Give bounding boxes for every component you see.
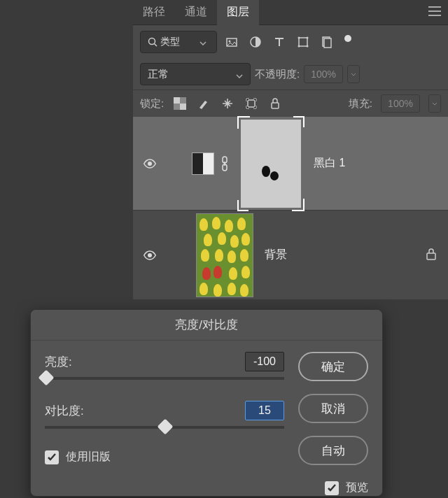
svg-point-7 [298,45,300,48]
svg-rect-16 [272,103,279,108]
brightness-input[interactable] [245,352,284,371]
svg-point-20 [148,253,152,257]
layers-panel: 路径 通道 图层 类型 正常 不透明度: 100% 锁定: [133,0,448,300]
contrast-input[interactable] [245,401,284,420]
lock-transparency-icon[interactable] [172,94,188,113]
adjustment-thumb[interactable] [192,152,214,175]
color-indicator[interactable] [344,35,351,42]
lock-all-icon[interactable] [267,94,283,113]
blend-mode-select[interactable]: 正常 [140,63,251,85]
auto-button[interactable]: 自动 [298,436,368,465]
fill-dropdown-icon[interactable] [428,94,441,113]
panel-menu-icon[interactable] [428,6,441,19]
blend-row: 正常 不透明度: 100% [133,59,448,90]
chevron-down-icon [236,69,243,80]
legacy-checkbox-row[interactable]: 使用旧版 [45,450,284,464]
lock-artboard-icon[interactable] [244,94,259,113]
brightness-contrast-dialog: 亮度/对比度 亮度: 对比度: [30,309,383,497]
filter-text-icon[interactable] [270,33,288,51]
layers-list: 黑白 1 背景 [133,117,448,300]
lock-pixels-icon[interactable] [196,94,211,113]
preview-checkbox-row[interactable]: 预览 [298,481,368,495]
filter-toolbar: 类型 [133,25,448,59]
opacity-dropdown-icon[interactable] [347,65,360,83]
svg-point-8 [307,45,309,48]
checkbox-checked-icon[interactable] [325,481,339,495]
filter-shape-icon[interactable] [294,33,312,51]
tab-paths[interactable]: 路径 [133,0,175,25]
svg-rect-12 [180,104,186,110]
svg-rect-4 [299,38,307,46]
tab-channels[interactable]: 通道 [175,0,217,25]
layer-mask-thumb[interactable] [241,120,301,208]
blend-mode-label: 正常 [148,68,169,81]
svg-rect-10 [324,38,331,48]
svg-point-0 [149,38,155,45]
lock-icon[interactable] [426,248,437,263]
svg-rect-15 [248,100,255,107]
svg-rect-14 [174,104,180,110]
layer-row[interactable]: 背景 [133,211,448,300]
lock-position-icon[interactable] [220,94,235,113]
checkbox-checked-icon[interactable] [45,450,59,464]
opacity-value[interactable]: 100% [304,65,343,83]
mask-link-icon[interactable] [214,156,235,171]
layer-name[interactable]: 背景 [265,248,287,262]
svg-point-17 [148,162,152,166]
filter-smart-icon[interactable] [318,33,336,51]
layer-row[interactable]: 黑白 1 [133,117,448,211]
brightness-label: 亮度: [45,354,72,370]
filter-label: 类型 [160,36,180,48]
layer-thumb[interactable] [196,213,253,297]
slider-thumb[interactable] [158,419,174,435]
slider-thumb[interactable] [38,370,55,386]
dialog-title: 亮度/对比度 [31,310,382,341]
svg-point-2 [229,41,231,43]
fill-label: 填充: [349,97,372,111]
visibility-toggle-icon[interactable] [140,159,160,169]
panel-tabs: 路径 通道 图层 [133,0,448,25]
brightness-slider[interactable] [45,377,284,380]
contrast-slider[interactable] [45,426,284,429]
filter-pixel-icon[interactable] [223,33,241,51]
filter-type-select[interactable]: 类型 [140,31,217,53]
visibility-toggle-icon[interactable] [140,250,160,260]
filter-adjustment-icon[interactable] [246,33,265,51]
lock-row: 锁定: 填充: 100% [133,90,448,117]
contrast-group: 对比度: [45,401,284,429]
opacity-label: 不透明度: [255,68,300,81]
svg-point-5 [298,37,300,39]
legacy-label: 使用旧版 [66,450,111,464]
layer-name[interactable]: 黑白 1 [314,156,345,171]
chevron-down-icon [200,36,209,48]
svg-point-6 [307,37,309,39]
cancel-button[interactable]: 取消 [298,394,368,423]
svg-rect-13 [180,97,186,104]
svg-rect-11 [174,97,180,104]
fill-value[interactable]: 100% [381,94,420,113]
lock-label: 锁定: [140,97,164,111]
svg-rect-21 [427,253,435,259]
contrast-label: 对比度: [45,403,84,419]
brightness-group: 亮度: [45,352,284,380]
ok-button[interactable]: 确定 [298,352,368,381]
tab-layers[interactable]: 图层 [217,0,259,25]
preview-label: 预览 [346,481,368,495]
